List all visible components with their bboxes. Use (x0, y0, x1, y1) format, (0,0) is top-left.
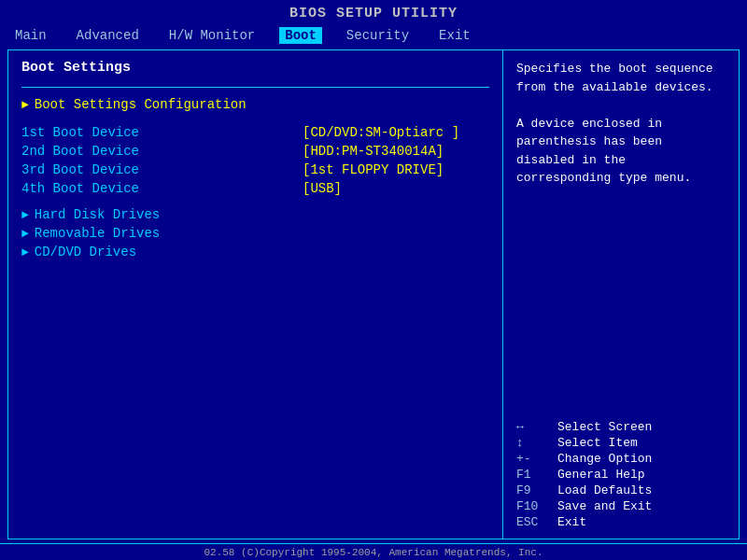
boot-device-value: [HDD:PM-ST340014A] (303, 144, 489, 159)
boot-device-value: [USB] (303, 181, 489, 196)
boot-device-value: [CD/DVD:SM-Optiarc ] (303, 125, 489, 140)
menu-bar: MainAdvancedH/W MonitorBootSecurityExit (0, 25, 747, 46)
key-row: ↕Select Item (516, 436, 726, 450)
key-row: F10Save and Exit (516, 499, 726, 513)
sub-link-arrow: ► (21, 245, 29, 259)
sub-link-cd/dvd-drives[interactable]: ►CD/DVD Drives (21, 245, 489, 259)
key-desc: Save and Exit (557, 499, 652, 513)
sub-link-label: Removable Drives (35, 226, 160, 241)
sub-link-arrow: ► (21, 208, 29, 222)
key-row: ESCExit (516, 515, 726, 529)
boot-device-value: [1st FLOPPY DRIVE] (303, 162, 489, 177)
menu-item-security[interactable]: Security (341, 27, 415, 44)
key-desc: Select Item (557, 436, 638, 450)
right-panel: Specifies the boot sequence from the ava… (503, 50, 739, 539)
key-symbol: +- (516, 452, 550, 466)
key-desc: Change Option (557, 452, 652, 466)
key-row: F9Load Defaults (516, 483, 726, 497)
sub-link-hard-disk-drives[interactable]: ►Hard Disk Drives (21, 207, 489, 222)
sub-link-label: Hard Disk Drives (35, 207, 160, 222)
key-row: +-Change Option (516, 452, 726, 466)
menu-item-h/w-monitor[interactable]: H/W Monitor (163, 27, 261, 44)
key-symbol: ↔ (516, 420, 550, 434)
key-symbol: F1 (516, 468, 550, 482)
boot-device-row[interactable]: 3rd Boot Device[1st FLOPPY DRIVE] (21, 162, 489, 177)
boot-settings-config[interactable]: ► Boot Settings Configuration (21, 97, 489, 112)
sub-links-list: ►Hard Disk Drives►Removable Drives►CD/DV… (21, 205, 489, 263)
key-desc: Exit (557, 515, 586, 529)
menu-item-advanced[interactable]: Advanced (71, 27, 145, 44)
sub-link-removable-drives[interactable]: ►Removable Drives (21, 226, 489, 241)
key-symbol: ESC (516, 515, 550, 529)
boot-device-label: 2nd Boot Device (21, 144, 171, 159)
menu-item-main[interactable]: Main (9, 27, 52, 44)
submenu-arrow: ► (21, 98, 29, 112)
key-symbol: F9 (516, 483, 550, 497)
footer: 02.58 (C)Copyright 1995-2004, American M… (0, 543, 747, 560)
boot-device-row[interactable]: 2nd Boot Device[HDD:PM-ST340014A] (21, 144, 489, 159)
key-row: F1General Help (516, 468, 726, 482)
boot-device-label: 1st Boot Device (21, 125, 171, 140)
key-desc: Select Screen (557, 420, 652, 434)
key-symbol: F10 (516, 499, 550, 513)
boot-device-row[interactable]: 1st Boot Device[CD/DVD:SM-Optiarc ] (21, 125, 489, 140)
key-desc: Load Defaults (557, 483, 652, 497)
menu-item-boot[interactable]: Boot (279, 27, 322, 44)
divider (21, 87, 489, 88)
left-panel: Boot Settings ► Boot Settings Configurat… (8, 50, 503, 539)
key-row: ↔Select Screen (516, 420, 726, 434)
sub-link-arrow: ► (21, 227, 29, 241)
key-legend: ↔Select Screen↕Select Item+-Change Optio… (516, 420, 726, 529)
main-content: Boot Settings ► Boot Settings Configurat… (7, 49, 740, 539)
boot-device-label: 3rd Boot Device (21, 162, 171, 177)
section-title: Boot Settings (21, 60, 489, 76)
key-symbol: ↕ (516, 436, 550, 450)
boot-device-label: 4th Boot Device (21, 181, 171, 196)
menu-item-exit[interactable]: Exit (433, 27, 476, 44)
boot-device-list: 1st Boot Device[CD/DVD:SM-Optiarc ]2nd B… (21, 125, 489, 200)
sub-link-label: CD/DVD Drives (35, 245, 136, 259)
bios-title: BIOS SETUP UTILITY (0, 0, 747, 25)
key-desc: General Help (557, 468, 645, 482)
submenu-label: Boot Settings Configuration (35, 97, 247, 112)
boot-device-row[interactable]: 4th Boot Device[USB] (21, 181, 489, 196)
help-text: Specifies the boot sequence from the ava… (516, 60, 726, 188)
